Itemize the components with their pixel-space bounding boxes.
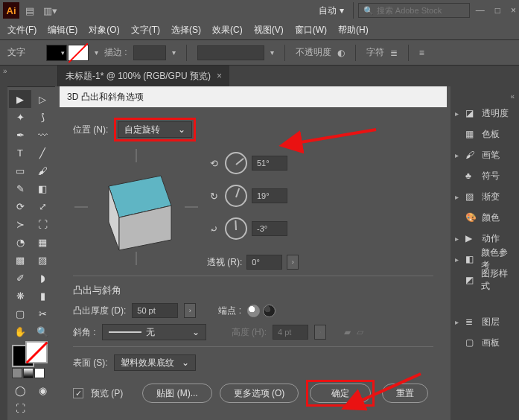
- more-options-button[interactable]: 更多选项 (O): [220, 384, 299, 403]
- position-dropdown[interactable]: 自定旋转⌄: [118, 121, 192, 138]
- gradient-tool[interactable]: ▨: [31, 251, 54, 269]
- minimize-icon[interactable]: —: [476, 5, 485, 16]
- fill-swatch[interactable]: ▾: [46, 45, 67, 61]
- control-bar: 文字 ▾ ▾ 描边 : ▾ ▾ 不透明度 ◐ 字符 ≣ ≡: [0, 40, 519, 66]
- collapse-panels-icon[interactable]: «: [510, 92, 515, 101]
- rotate-z-input[interactable]: -3°: [252, 221, 287, 236]
- map-art-button[interactable]: 贴图 (M)...: [142, 384, 211, 403]
- menu-select[interactable]: 选择(S): [171, 24, 201, 36]
- menu-type[interactable]: 文字(T): [131, 24, 160, 36]
- ok-button[interactable]: 确定: [310, 384, 371, 403]
- panel-artboards[interactable]: ▢画板: [450, 332, 519, 353]
- titlebar-icons: ▤ ▥▾: [25, 5, 319, 16]
- panel-layers[interactable]: ▸≣图层: [450, 311, 519, 332]
- pen-tool[interactable]: ✒: [9, 126, 31, 144]
- menu-effect[interactable]: 效果(C): [212, 24, 243, 36]
- magic-wand-tool[interactable]: ✦: [9, 108, 31, 126]
- none-mode-btn[interactable]: [34, 368, 45, 378]
- doc-tab-close-icon[interactable]: ×: [217, 71, 222, 81]
- menu-view[interactable]: 视图(V): [254, 24, 284, 36]
- paragraph-icon[interactable]: ≣: [390, 48, 398, 58]
- panel-gradient[interactable]: ▸▨渐变: [450, 186, 519, 207]
- panel-swatches[interactable]: ▦色板: [450, 124, 519, 144]
- color-mode-btn[interactable]: [12, 368, 22, 378]
- curvature-tool[interactable]: 〰: [31, 126, 54, 144]
- type-tool[interactable]: T: [9, 144, 31, 162]
- panel-symbols[interactable]: ♣符号: [450, 165, 519, 186]
- menu-help[interactable]: 帮助(H): [338, 24, 369, 36]
- panel-actions[interactable]: ▸▶动作: [450, 228, 519, 249]
- close-icon[interactable]: ×: [511, 5, 516, 16]
- draw-mode-behind[interactable]: ◉: [31, 381, 54, 399]
- surface-dropdown[interactable]: 塑料效果底纹⌄: [114, 354, 196, 371]
- expand-panels-icon[interactable]: »: [3, 67, 7, 75]
- slice-tool[interactable]: ✂: [31, 305, 54, 322]
- zoom-tool[interactable]: 🔍: [31, 322, 54, 340]
- panel-graphic-styles[interactable]: ◩图形样式: [450, 270, 519, 290]
- bevel-dropdown[interactable]: 无⌄: [102, 324, 206, 340]
- 3d-preview[interactable]: [73, 147, 200, 267]
- maximize-icon[interactable]: □: [495, 5, 500, 16]
- extrude-depth-stepper[interactable]: ›: [184, 303, 196, 318]
- selection-tool[interactable]: ▶: [9, 90, 31, 108]
- document-tab[interactable]: 未标题-1* @ 100% (RGB/GPU 预览) ×: [58, 66, 229, 86]
- menu-file[interactable]: 文件(F): [7, 24, 36, 36]
- free-transform-tool[interactable]: ⛶: [31, 215, 54, 233]
- gradient-mode-btn[interactable]: [23, 368, 34, 378]
- perspective-stepper[interactable]: ›: [287, 255, 299, 270]
- layout-dropdown[interactable]: 自动▾: [319, 4, 344, 17]
- layers-icon: ≣: [465, 316, 477, 327]
- fill-stroke-swatches[interactable]: ▾: [46, 45, 89, 61]
- align-icon[interactable]: ≡: [419, 48, 424, 58]
- fill-stroke-indicator[interactable]: [12, 345, 48, 363]
- draw-mode-normal[interactable]: ◯: [9, 381, 31, 399]
- perspective-grid-tool[interactable]: ▦: [31, 233, 54, 251]
- panel-color-guide[interactable]: ▸◧颜色参考: [450, 249, 519, 270]
- bridge-icon[interactable]: ▤: [25, 5, 34, 16]
- extrude-depth-input[interactable]: 50 pt: [132, 303, 178, 318]
- artboard-tool[interactable]: ▢: [9, 305, 31, 322]
- panel-brushes[interactable]: ▸🖌画笔: [450, 144, 519, 165]
- rectangle-tool[interactable]: ▭: [9, 162, 31, 179]
- rotate-tool[interactable]: ⟳: [9, 197, 31, 215]
- perspective-input[interactable]: 0°: [246, 255, 282, 270]
- symbol-sprayer-tool[interactable]: ❋: [9, 287, 31, 305]
- eraser-tool[interactable]: ◧: [31, 179, 54, 197]
- menu-edit[interactable]: 编辑(E): [48, 24, 77, 36]
- menu-window[interactable]: 窗口(W): [295, 24, 327, 36]
- line-tool[interactable]: ╱: [31, 144, 54, 162]
- opacity-icon[interactable]: ◐: [337, 48, 345, 58]
- blend-tool[interactable]: ◗: [31, 269, 54, 287]
- paintbrush-tool[interactable]: 🖌: [31, 162, 54, 179]
- cap-off-icon[interactable]: [263, 305, 276, 317]
- stroke-weight-input[interactable]: [133, 45, 166, 60]
- rotate-x-dial[interactable]: [225, 152, 247, 174]
- rotate-y-input[interactable]: 19°: [252, 188, 287, 203]
- arrange-docs-icon[interactable]: ▥▾: [43, 5, 57, 16]
- scale-tool[interactable]: ⤢: [31, 197, 54, 215]
- panel-transparency[interactable]: ▸◪透明度: [450, 103, 519, 124]
- reset-button[interactable]: 重置: [382, 384, 428, 403]
- mesh-tool[interactable]: ▩: [9, 251, 31, 269]
- bevel-extent-out-icon: ▱: [357, 327, 363, 337]
- vsp-input[interactable]: [197, 45, 264, 60]
- width-tool[interactable]: ≻: [9, 215, 31, 233]
- direct-selection-tool[interactable]: ▷: [31, 90, 54, 108]
- lasso-tool[interactable]: ⟆: [31, 108, 54, 126]
- screen-mode-btn[interactable]: ⛶: [9, 399, 31, 417]
- character-label[interactable]: 字符: [366, 46, 384, 59]
- rotate-y-dial[interactable]: [225, 185, 247, 207]
- rotate-z-dial[interactable]: [225, 217, 247, 240]
- eyedropper-tool[interactable]: ✐: [9, 269, 31, 287]
- rotate-x-input[interactable]: 51°: [252, 156, 287, 171]
- menu-object[interactable]: 对象(O): [89, 24, 119, 36]
- preview-checkbox[interactable]: ✓: [73, 388, 83, 398]
- shape-builder-tool[interactable]: ◔: [9, 233, 31, 251]
- hand-tool[interactable]: ✋: [9, 322, 31, 340]
- cap-on-icon[interactable]: [247, 305, 260, 317]
- stock-search[interactable]: 🔍 搜索 Adobe Stock: [358, 3, 470, 18]
- column-graph-tool[interactable]: ▮: [31, 287, 54, 305]
- stroke-swatch[interactable]: [68, 45, 89, 61]
- shaper-tool[interactable]: ✎: [9, 179, 31, 197]
- panel-color[interactable]: 🎨颜色: [450, 207, 519, 228]
